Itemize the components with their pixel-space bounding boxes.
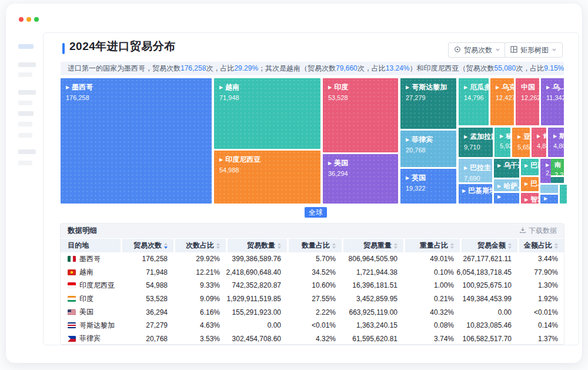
drilldown-arrow-icon: ▶	[537, 134, 540, 139]
treemap-cell-斯[interactable]: ▶斯4,804	[548, 128, 564, 157]
download-data-button[interactable]: 下载数据	[519, 226, 557, 236]
treemap-cell-菲律宾[interactable]: ▶菲律宾20,768	[400, 131, 456, 167]
summary-text: ；其次是越南（贸易次数	[258, 64, 336, 72]
column-header-3[interactable]: 次数占比	[175, 239, 226, 252]
value-cell: 10.60%	[289, 281, 342, 289]
table-row-印度尼西亚[interactable]: 印度尼西亚54,9889.33%742,352,820.8710.60%16,3…	[61, 279, 564, 292]
treemap-cell[interactable]: ▶	[494, 193, 519, 204]
treemap-cell-巴基斯坦[interactable]: ▶巴基斯坦	[459, 184, 492, 204]
sort-icon[interactable]	[164, 243, 168, 249]
destination-cell: 越南	[61, 267, 121, 277]
column-header-4[interactable]: 贸易数量	[228, 239, 287, 252]
table-row-印度[interactable]: 印度53,5289.09%1,929,911,519.8527.55%3,452…	[61, 292, 564, 306]
treemap-cell-乌克兰[interactable]: ▶乌克兰12,427	[490, 78, 514, 125]
chart-type-dropdown[interactable]: 矩形树图	[505, 42, 563, 58]
value-cell: 1.00%	[405, 281, 460, 289]
summary-bar: 进口第一的国家为墨西哥，贸易次数176,258次，占比29.29%；其次是越南（…	[61, 62, 564, 75]
treemap-cell-印度[interactable]: ▶印度53,528	[323, 78, 398, 152]
treemap-cell[interactable]	[540, 185, 558, 193]
destination-cell: 菲律宾	[61, 334, 121, 344]
treemap-root-button[interactable]: 全球	[305, 207, 327, 218]
chevron-down-icon	[495, 46, 500, 54]
treemap-cell-秘鲁[interactable]: ▶秘鲁5,924	[495, 128, 510, 157]
treemap-cell-南[interactable]: 南2,2	[551, 159, 564, 175]
drilldown-arrow-icon: ▶	[497, 184, 501, 189]
metric-dropdown-label: 贸易次数	[464, 45, 492, 55]
drilldown-arrow-icon: ▶	[500, 134, 503, 139]
table-row-哥斯达黎加[interactable]: 哥斯达黎加27,2794.63%0.00<0.01%1,363,240.150.…	[61, 319, 564, 332]
summary-value: 9.15%	[544, 64, 564, 72]
value-cell: 3,452,859.95	[343, 295, 403, 303]
treemap-cell-亚[interactable]: ▶亚5,650	[512, 128, 530, 157]
value-cell: 9.09%	[175, 295, 226, 303]
column-header-7[interactable]: 重量占比	[405, 239, 460, 252]
value-cell: 16,396,181.51	[343, 281, 403, 289]
treemap-cell-厄瓜多尔[interactable]: ▶厄瓜多尔14,796	[459, 78, 489, 125]
value-cell: 12.21%	[175, 268, 226, 276]
sort-icon[interactable]	[216, 243, 220, 249]
value-cell: 155,291,923.00	[228, 308, 287, 316]
destination-cell: 哥斯达黎加	[61, 321, 121, 331]
column-header-5[interactable]: 数量占比	[289, 239, 342, 252]
drilldown-arrow-icon: ▶	[462, 189, 466, 194]
sort-icon[interactable]	[554, 243, 558, 249]
column-header-8[interactable]: 贸易金额	[462, 239, 517, 252]
summary-text: 次，占比	[206, 64, 234, 72]
value-cell: 1,721,944.38	[343, 268, 403, 276]
value-cell: 27,279	[122, 321, 173, 329]
table-row-美国[interactable]: 美国36,2946.16%155,291,923.002.22%663,925,…	[61, 305, 564, 319]
treemap-cell-墨西哥[interactable]: ▶墨西哥176,258	[61, 78, 212, 204]
treemap-cell-英国[interactable]: ▶英国19,322	[400, 169, 456, 204]
sidebar-skeleton-bar	[18, 72, 32, 77]
sort-icon[interactable]	[332, 243, 336, 249]
treemap-cell-乌干达[interactable]: ▶乌干达	[494, 159, 519, 178]
treemap-cell[interactable]	[551, 177, 564, 183]
data-detail-header: 数据明细 下载数据	[61, 224, 564, 238]
treemap-cell-哈萨...[interactable]: ▶哈萨...	[494, 179, 519, 191]
treemap-cell-巴...[interactable]: ▶巴...	[521, 177, 539, 191]
treemap-cell[interactable]: ▶2,5	[540, 159, 551, 183]
treemap-cell-肯[interactable]: ▶肯4,836	[532, 128, 546, 157]
treemap-cell-巴西[interactable]: ▶巴西	[521, 159, 539, 175]
treemap-cell[interactable]: ▶	[540, 195, 558, 204]
data-detail-title: 数据明细	[68, 226, 97, 236]
drilldown-arrow-icon: ▶	[328, 161, 332, 166]
sort-icon[interactable]	[450, 243, 454, 249]
treemap-cell-孟加拉国[interactable]: ▶孟加拉国9,710	[459, 128, 493, 157]
sort-icon[interactable]	[508, 243, 512, 249]
table-row-越南[interactable]: 越南71,94812.21%2,418,690,648.4034.52%1,72…	[61, 266, 564, 279]
treemap-cell-印度尼西亚[interactable]: ▶印度尼西亚54,988	[214, 151, 320, 204]
value-cell: 1.37%	[519, 335, 564, 343]
column-header-9[interactable]: 金额占比	[519, 239, 564, 252]
drilldown-arrow-icon: ▶	[546, 85, 550, 90]
table-row-菲律宾[interactable]: 菲律宾20,7683.53%302,454,708.604.32%61,595,…	[61, 332, 564, 345]
country-flag-icon	[68, 336, 76, 342]
treemap-cell-哥斯达黎加[interactable]: ▶哥斯达黎加27,279	[400, 78, 456, 129]
sort-icon[interactable]	[278, 243, 281, 249]
treemap-cell-巴拉圭[interactable]: ▶巴拉圭7,690	[459, 159, 492, 182]
treemap-cell-越南[interactable]: ▶越南71,948	[214, 78, 320, 149]
value-cell: 6,054,183,718.45	[462, 268, 517, 276]
value-cell: 3.53%	[175, 335, 226, 343]
treemap-icon	[510, 46, 517, 55]
summary-value: 176,258	[181, 64, 206, 72]
value-cell: 0.21%	[405, 295, 460, 303]
sidebar-skeleton-bar	[18, 44, 34, 49]
treemap-cell-乌...[interactable]: ▶乌...11,342	[541, 78, 564, 125]
sidebar-skeleton-bar	[18, 133, 32, 138]
column-header-6[interactable]: 贸易重量	[343, 239, 403, 252]
column-header-2[interactable]: 贸易次数	[122, 239, 173, 252]
table-row-墨西哥[interactable]: 墨西哥176,25829.92%399,386,589.765.70%806,9…	[61, 252, 564, 266]
treemap-cell-智利[interactable]: ▶智利	[521, 193, 539, 204]
treemap-cell[interactable]	[560, 185, 567, 204]
country-flag-icon	[68, 269, 76, 275]
metric-dropdown[interactable]: 贸易次数	[448, 42, 506, 58]
drilldown-arrow-icon: ▶	[406, 176, 409, 181]
value-cell: 0.10%	[405, 268, 460, 276]
treemap-cell-美国[interactable]: ▶美国36,294	[323, 154, 398, 204]
sidebar-skeleton-bar	[18, 161, 32, 165]
treemap-cell-中国[interactable]: 中国12,262	[516, 78, 539, 125]
sort-icon[interactable]	[394, 243, 397, 249]
value-cell: 6.16%	[175, 308, 226, 316]
drilldown-arrow-icon: ▶	[464, 85, 467, 90]
